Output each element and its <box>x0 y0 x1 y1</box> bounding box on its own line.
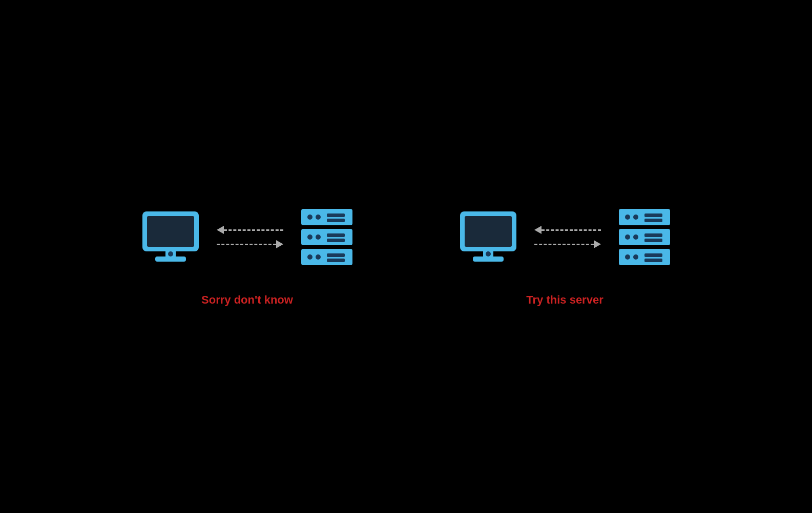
svg-point-27 <box>633 215 638 220</box>
svg-rect-18 <box>327 253 345 257</box>
monitor-icon-1 <box>140 209 201 265</box>
svg-rect-3 <box>155 256 186 262</box>
diagram-2-label: Try this server <box>526 293 603 307</box>
arrows-2 <box>534 226 601 248</box>
svg-point-31 <box>625 234 630 240</box>
arrows-1 <box>217 226 283 248</box>
arrowhead-left-icon-1 <box>217 226 224 234</box>
svg-rect-33 <box>644 233 662 237</box>
svg-point-37 <box>633 254 638 260</box>
diagram-1-label: Sorry don't know <box>201 293 293 307</box>
svg-point-24 <box>486 251 491 256</box>
svg-rect-1 <box>147 216 194 247</box>
arrowhead-left-icon-2 <box>534 226 542 234</box>
server-icon-2 <box>616 206 673 268</box>
diagram-sorry: Sorry don't know <box>140 206 355 307</box>
diagram-icons-2 <box>457 206 673 268</box>
svg-point-26 <box>625 215 630 220</box>
dashed-line-left-2 <box>542 229 601 231</box>
svg-rect-19 <box>327 259 345 262</box>
svg-point-16 <box>307 254 313 260</box>
diagram-tryserver: Try this server <box>457 206 673 307</box>
arrowhead-right-icon-2 <box>594 240 601 248</box>
arrowhead-right-icon-1 <box>276 240 283 248</box>
svg-rect-9 <box>327 219 345 222</box>
svg-rect-34 <box>644 239 662 242</box>
svg-point-12 <box>316 234 321 240</box>
svg-rect-29 <box>644 219 662 222</box>
monitor-icon-2 <box>457 209 519 265</box>
arrow-right-2 <box>534 240 601 248</box>
dashed-line-left-1 <box>224 229 283 231</box>
svg-rect-13 <box>327 233 345 237</box>
diagram-icons-1 <box>140 206 355 268</box>
svg-rect-28 <box>644 213 662 217</box>
svg-point-7 <box>316 215 321 220</box>
svg-rect-21 <box>465 216 512 247</box>
svg-point-32 <box>633 234 638 240</box>
svg-point-36 <box>625 254 630 260</box>
svg-rect-39 <box>644 259 662 262</box>
svg-point-4 <box>168 251 173 256</box>
server-icon-1 <box>299 206 355 268</box>
arrow-left-2 <box>534 226 601 234</box>
dashed-line-right-1 <box>217 244 276 245</box>
svg-point-11 <box>307 234 313 240</box>
main-container: Sorry don't know <box>0 0 812 513</box>
svg-rect-8 <box>327 213 345 217</box>
dashed-line-right-2 <box>534 244 594 245</box>
arrow-right-1 <box>217 240 283 248</box>
svg-rect-23 <box>473 256 504 262</box>
arrow-left-1 <box>217 226 283 234</box>
svg-point-17 <box>316 254 321 260</box>
svg-rect-14 <box>327 239 345 242</box>
svg-rect-38 <box>644 253 662 257</box>
svg-point-6 <box>307 215 313 220</box>
